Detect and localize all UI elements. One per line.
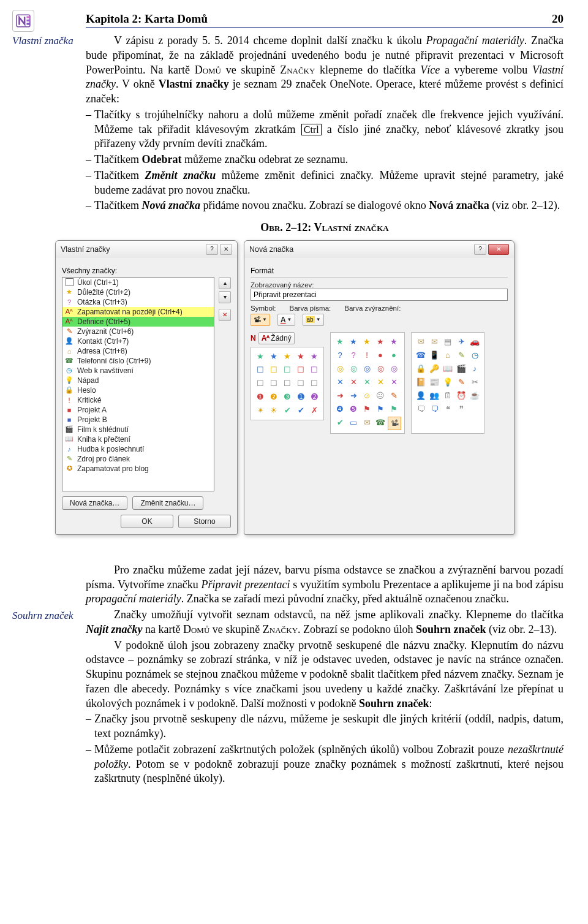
symbol-cell[interactable]: ★ — [388, 336, 400, 348]
symbol-cell[interactable]: ★ — [334, 336, 346, 348]
list-item[interactable]: ✎Zdroj pro článek — [62, 454, 214, 464]
symbol-cell[interactable]: ◎ — [388, 363, 400, 375]
symbol-cell[interactable]: ✕ — [361, 376, 373, 388]
symbol-cell[interactable]: ★ — [254, 350, 266, 363]
symbol-cell[interactable]: ☐ — [308, 364, 320, 376]
symbol-cell[interactable]: ☀ — [268, 404, 280, 417]
symbol-cell[interactable]: ✉ — [361, 417, 373, 429]
list-item[interactable]: ✪Zapamatovat pro blog — [62, 464, 214, 474]
symbol-cell[interactable]: ✗ — [308, 404, 320, 417]
symbol-cell[interactable]: ❸ — [281, 391, 293, 403]
symbol-cell[interactable]: ◷ — [469, 349, 481, 362]
symbol-cell[interactable]: ★ — [361, 336, 373, 348]
symbol-cell[interactable]: ❹ — [334, 403, 346, 415]
help-icon[interactable]: ? — [206, 244, 218, 255]
symbol-cell[interactable]: ⚑ — [361, 403, 373, 415]
symbol-cell[interactable]: ☐ — [281, 364, 293, 376]
symbol-cell[interactable]: ❶ — [254, 391, 266, 403]
symbol-cell[interactable]: ◎ — [347, 363, 360, 375]
list-item[interactable]: ♪Hudba k poslechnutí — [62, 444, 214, 454]
symbol-cell[interactable]: ➋ — [308, 391, 320, 403]
help-icon[interactable]: ? — [474, 244, 486, 255]
symbol-cell[interactable]: 🗨 — [415, 403, 427, 415]
symbol-grid-1[interactable]: ★★★★★☐☐☐☐☐☐☐☐☐☐❶❷❸➊➋✴☀✔✔✗ — [251, 347, 324, 420]
symbol-cell[interactable]: 📖 — [442, 363, 454, 375]
symbol-cell[interactable]: 👥 — [428, 390, 440, 402]
edit-tag-button[interactable]: Změnit značku… — [132, 496, 203, 510]
symbol-cell[interactable]: ☐ — [308, 377, 320, 390]
symbol-cell[interactable]: 🚗 — [469, 336, 481, 348]
symbol-cell[interactable]: 🔒 — [415, 363, 427, 375]
symbol-cell[interactable]: ✈ — [455, 336, 467, 348]
symbol-cell[interactable]: ❷ — [268, 391, 280, 403]
move-down-button[interactable]: ▾ — [219, 291, 231, 303]
symbol-cell[interactable]: ➜ — [347, 390, 360, 402]
symbol-cell[interactable] — [469, 403, 481, 415]
symbol-cell[interactable]: 📱 — [428, 349, 440, 362]
symbol-cell[interactable]: ☐ — [254, 377, 266, 390]
symbol-cell[interactable]: ★ — [347, 336, 360, 348]
none-option[interactable]: Aᴬ Žádný — [258, 332, 295, 344]
symbol-cell[interactable]: ● — [388, 349, 400, 362]
list-item[interactable]: ☎Telefonní číslo (Ctrl+9) — [62, 356, 214, 366]
list-item[interactable]: ⌂Adresa (Ctrl+8) — [62, 346, 214, 356]
list-item[interactable]: 🎬Film k shlédnutí — [62, 425, 214, 434]
symbol-cell[interactable]: ★ — [295, 350, 307, 363]
symbol-cell[interactable]: ✎ — [455, 376, 467, 388]
symbol-cell[interactable]: ☐ — [281, 377, 293, 390]
display-name-input[interactable] — [251, 289, 508, 301]
symbol-cell[interactable]: ★ — [308, 350, 320, 363]
list-item[interactable]: AᴬZapamatovat na později (Ctrl+4) — [62, 307, 214, 317]
symbol-cell[interactable]: ✔ — [295, 404, 307, 417]
symbol-cell[interactable]: ✕ — [388, 376, 400, 388]
list-item[interactable]: ◷Web k navštívení — [62, 366, 214, 376]
symbol-cell[interactable]: ✔ — [281, 404, 293, 417]
highlight-color-dropdown[interactable]: ab▼ — [303, 314, 324, 326]
symbol-cell[interactable]: ▤ — [442, 336, 454, 348]
list-item[interactable]: AᴬDefinice (Ctrl+5) — [62, 317, 214, 327]
list-item[interactable]: 📖Kniha k přečtení — [62, 434, 214, 444]
cancel-button[interactable]: Storno — [178, 515, 231, 528]
symbol-cell[interactable]: ☎ — [374, 417, 386, 429]
symbol-cell[interactable]: ☎ — [415, 349, 427, 362]
symbol-cell[interactable]: ◎ — [361, 363, 373, 375]
list-item[interactable]: 👤Kontakt (Ctrl+7) — [62, 336, 214, 346]
symbol-cell[interactable]: ☹ — [374, 390, 386, 402]
symbol-cell[interactable]: ◎ — [334, 363, 346, 375]
symbol-cell[interactable]: ✔ — [334, 417, 346, 429]
new-tag-button[interactable]: Nová značka… — [62, 496, 127, 510]
symbol-cell[interactable]: ☐ — [268, 377, 280, 390]
list-item[interactable]: ■Projekt A — [62, 405, 214, 415]
list-item[interactable]: !Kritické — [62, 395, 214, 405]
symbol-cell[interactable]: ◎ — [374, 363, 386, 375]
symbol-cell[interactable]: ⚑ — [374, 403, 386, 415]
symbol-cell[interactable]: ✉ — [415, 336, 427, 348]
list-item[interactable]: ✎Zvýraznit (Ctrl+6) — [62, 327, 214, 336]
font-color-dropdown[interactable]: A▼ — [277, 314, 295, 326]
symbol-cell[interactable]: 🔑 — [428, 363, 440, 375]
symbol-cell[interactable]: ➊ — [295, 391, 307, 403]
list-item[interactable]: ?Otázka (Ctrl+3) — [62, 297, 214, 307]
symbol-cell[interactable]: ? — [347, 349, 360, 362]
symbol-cell[interactable]: 📔 — [415, 376, 427, 388]
list-item[interactable]: 🔒Heslo — [62, 385, 214, 395]
move-up-button[interactable]: ▴ — [219, 277, 231, 289]
symbol-dropdown[interactable]: 📽▼ — [251, 314, 270, 326]
list-item[interactable]: 💡Nápad — [62, 376, 214, 385]
symbol-cell[interactable]: 🗨 — [428, 403, 440, 415]
symbol-cell[interactable]: ★ — [281, 350, 293, 363]
symbol-cell[interactable]: ☺ — [361, 390, 373, 402]
symbol-cell[interactable]: ★ — [374, 336, 386, 348]
symbol-grid-3[interactable]: ✉✉▤✈🚗☎📱⌂✎◷🔒🔑📖🎬♪📔📰💡✎✂👤👥🗓⏰☕🗨🗨❝❞ — [411, 332, 484, 434]
symbol-cell[interactable]: ♪ — [469, 363, 481, 375]
symbol-cell[interactable]: 🗓 — [442, 390, 454, 402]
symbol-cell[interactable]: ★ — [268, 350, 280, 363]
symbol-cell[interactable]: ☐ — [268, 364, 280, 376]
symbol-cell[interactable]: ➜ — [334, 390, 346, 402]
symbol-cell[interactable]: 💡 — [442, 376, 454, 388]
symbol-cell[interactable]: 📰 — [428, 376, 440, 388]
symbol-cell[interactable]: ☐ — [254, 364, 266, 376]
list-item[interactable]: Úkol (Ctrl+1) — [62, 278, 214, 287]
symbol-cell[interactable]: ● — [374, 349, 386, 362]
list-item[interactable]: ■Projekt B — [62, 415, 214, 425]
